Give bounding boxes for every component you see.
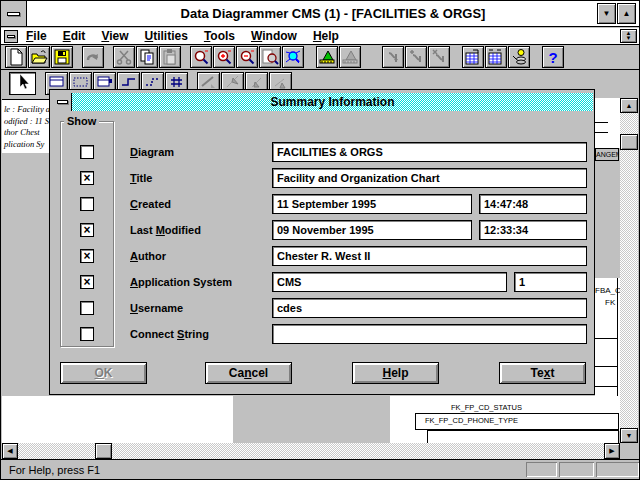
dialog-title: Summary Information	[72, 95, 593, 109]
menu-window[interactable]: Window	[243, 28, 305, 44]
zoom-out-button[interactable]	[236, 46, 258, 68]
scale-button[interactable]	[316, 46, 338, 68]
show-checkbox-last-modified[interactable]: ×	[80, 223, 94, 237]
show-checkbox-application-system[interactable]: ×	[80, 275, 94, 289]
fk-phone-type-box: FK_FP_CD_PHONE_TYPE	[415, 413, 619, 430]
scroll-up-button[interactable]: ▲	[620, 98, 638, 113]
application-window: Data Diagrammer CMS (1) - [FACILITIES & …	[0, 0, 640, 480]
window-title: Data Diagrammer CMS (1) - [FACILITIES & …	[27, 6, 639, 21]
cancel-button[interactable]: Cancel	[205, 362, 292, 384]
label-author: Author	[130, 250, 166, 264]
ruler-triangle-gray-icon	[341, 48, 359, 66]
connect-string-field[interactable]	[272, 324, 587, 344]
open-folder-icon	[30, 48, 48, 66]
label-diagram: Diagram	[130, 146, 174, 160]
summary-line-4: plication Sy	[4, 139, 49, 151]
titlebar: Data Diagrammer CMS (1) - [FACILITIES & …	[1, 1, 639, 27]
text-button[interactable]: Text	[499, 362, 586, 384]
save-button[interactable]	[51, 46, 73, 68]
summary-line-3: thor Chest	[4, 127, 49, 139]
summary-information-dialog: Summary Information Show Diagram FACILIT…	[49, 89, 595, 395]
vertical-scroll-thumb[interactable]	[620, 134, 638, 150]
undo-button[interactable]	[82, 46, 104, 68]
author-field[interactable]: Chester R. West II	[272, 246, 587, 266]
copy-button[interactable]	[136, 46, 158, 68]
vertical-scrollbar[interactable]: ▲ ▼	[620, 98, 638, 443]
show-checkbox-title[interactable]: ×	[80, 171, 94, 185]
table-grid-icon	[464, 48, 482, 66]
label-application-system: Application System	[130, 276, 232, 290]
create-button-2[interactable]	[405, 46, 427, 68]
create-button-3[interactable]	[428, 46, 450, 68]
show-checkbox-author[interactable]: ×	[80, 249, 94, 263]
create-button-1[interactable]	[382, 46, 404, 68]
zoom-in-button[interactable]	[213, 46, 235, 68]
dialog-system-menu-button[interactable]	[53, 93, 72, 111]
new-button[interactable]	[5, 46, 27, 68]
system-menu-button[interactable]	[1, 1, 27, 26]
dialog-system-menu-icon	[57, 100, 68, 104]
entity-divider	[595, 366, 617, 367]
username-field[interactable]: cdes	[272, 298, 587, 318]
copy-icon	[138, 48, 156, 66]
entity-label-fk: FK	[605, 298, 615, 307]
diagram-field[interactable]: FACILITIES & ORGS	[272, 142, 587, 162]
horizontal-scrollbar[interactable]: ◀ ▶	[2, 443, 639, 459]
entity-label-fba: FBA_C	[595, 286, 620, 295]
child-restore-button[interactable]: ▲▼	[620, 29, 637, 43]
help-button-dialog[interactable]: Help	[352, 362, 439, 384]
summary-line-2: odified : 11 S	[4, 116, 49, 128]
cut-button[interactable]	[113, 46, 135, 68]
save-floppy-icon	[53, 48, 71, 66]
last-modified-date-field[interactable]: 09 November 1995	[272, 220, 472, 240]
show-checkbox-diagram[interactable]	[80, 145, 94, 159]
help-button[interactable]: ?	[542, 46, 564, 68]
show-checkbox-connect-string[interactable]	[80, 327, 94, 341]
menu-file[interactable]: File	[18, 28, 55, 44]
show-checkbox-created[interactable]	[80, 197, 94, 211]
scroll-right-button[interactable]: ▶	[604, 443, 620, 459]
menu-help[interactable]: Help	[305, 28, 347, 44]
created-time-field[interactable]: 14:47:48	[479, 194, 587, 214]
status-pane-1	[526, 462, 557, 477]
zoom-fit-button[interactable]	[282, 46, 304, 68]
pointer-tool-button[interactable]	[9, 72, 36, 95]
paste-button[interactable]	[159, 46, 181, 68]
maximize-button[interactable]: ▲	[617, 3, 636, 24]
label-username: Username	[130, 302, 183, 316]
menu-tools[interactable]: Tools	[196, 28, 243, 44]
label-connect-string: Connect String	[130, 328, 209, 342]
scissors-icon	[115, 48, 133, 66]
fk-nested-box	[427, 430, 619, 443]
title-field[interactable]: Facility and Organization Chart	[272, 168, 587, 188]
ok-button[interactable]: OK	[60, 362, 147, 384]
scroll-down-icon: ▼	[626, 432, 633, 439]
entity-box-partial-top	[595, 98, 620, 148]
scroll-down-button[interactable]: ▼	[620, 428, 638, 443]
scroll-left-button[interactable]: ◀	[2, 443, 18, 459]
create-arrow-icon	[384, 48, 402, 66]
paste-icon	[161, 48, 179, 66]
dialog-titlebar[interactable]: Summary Information	[53, 93, 593, 111]
child-system-menu-button[interactable]	[4, 30, 18, 43]
table-columns-button[interactable]	[485, 46, 507, 68]
application-system-number-field[interactable]: 1	[514, 272, 587, 292]
magnifier-minus-icon	[238, 48, 256, 66]
show-checkbox-username[interactable]	[80, 301, 94, 315]
minimize-button[interactable]: ▼	[597, 3, 616, 24]
horizontal-scroll-thumb[interactable]	[95, 443, 112, 459]
last-modified-time-field[interactable]: 12:33:34	[479, 220, 587, 240]
application-system-field[interactable]: CMS	[272, 272, 507, 292]
zoom-page-button[interactable]	[259, 46, 281, 68]
entity-divider	[595, 122, 608, 123]
currency-button[interactable]	[508, 46, 530, 68]
pointer-arrow-icon	[14, 73, 32, 95]
zoom-button[interactable]	[190, 46, 212, 68]
scale-disabled-button[interactable]	[339, 46, 361, 68]
open-button[interactable]	[28, 46, 50, 68]
table-definition-button[interactable]	[462, 46, 484, 68]
menu-utilities[interactable]: Utilities	[137, 28, 196, 44]
menu-edit[interactable]: Edit	[55, 28, 94, 44]
created-date-field[interactable]: 11 September 1995	[272, 194, 472, 214]
menu-view[interactable]: View	[93, 28, 136, 44]
